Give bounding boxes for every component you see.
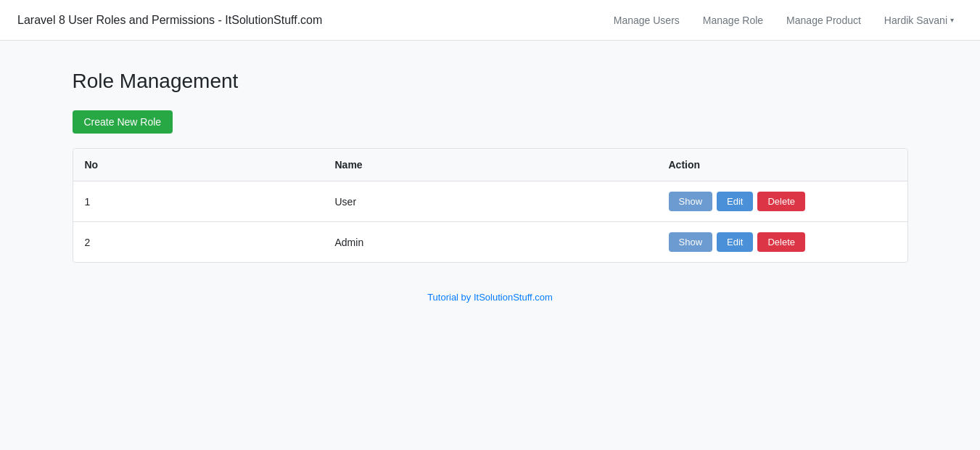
navbar: Laravel 8 User Roles and Permissions - I… — [0, 0, 980, 41]
delete-button[interactable]: Delete — [757, 232, 805, 252]
cell-name: Admin — [324, 222, 657, 263]
table-header-row: No Name Action — [73, 149, 907, 181]
cell-no: 2 — [73, 222, 324, 263]
user-dropdown[interactable]: Hardik Savani ▾ — [876, 9, 963, 32]
manage-role-link[interactable]: Manage Role — [694, 9, 772, 32]
navbar-item-user-dropdown[interactable]: Hardik Savani ▾ — [876, 9, 963, 32]
cell-action: ShowEditDelete — [657, 181, 907, 222]
cell-action: ShowEditDelete — [657, 222, 907, 263]
navbar-item-manage-role[interactable]: Manage Role — [694, 15, 772, 26]
show-button[interactable]: Show — [669, 192, 713, 211]
roles-table-wrapper: No Name Action 1UserShowEditDelete2Admin… — [73, 148, 908, 263]
manage-users-link[interactable]: Manage Users — [605, 9, 688, 32]
action-buttons: ShowEditDelete — [669, 192, 896, 211]
table-header: No Name Action — [73, 149, 907, 181]
footer: Tutorial by ItSolutionStuff.com — [73, 292, 908, 303]
edit-button[interactable]: Edit — [717, 232, 753, 252]
create-new-role-button[interactable]: Create New Role — [73, 110, 173, 134]
column-header-no: No — [73, 149, 324, 181]
delete-button[interactable]: Delete — [757, 192, 805, 211]
footer-link[interactable]: Tutorial by ItSolutionStuff.com — [427, 292, 553, 303]
page-title: Role Management — [73, 70, 908, 93]
cell-name: User — [324, 181, 657, 222]
cell-no: 1 — [73, 181, 324, 222]
column-header-name: Name — [324, 149, 657, 181]
table-row: 2AdminShowEditDelete — [73, 222, 907, 263]
show-button[interactable]: Show — [669, 232, 713, 252]
dropdown-caret-icon: ▾ — [950, 16, 954, 24]
user-name: Hardik Savani — [884, 15, 947, 26]
table-body: 1UserShowEditDelete2AdminShowEditDelete — [73, 181, 907, 263]
roles-table: No Name Action 1UserShowEditDelete2Admin… — [73, 149, 907, 262]
table-row: 1UserShowEditDelete — [73, 181, 907, 222]
navbar-item-manage-users[interactable]: Manage Users — [605, 15, 688, 26]
manage-product-link[interactable]: Manage Product — [778, 9, 870, 32]
edit-button[interactable]: Edit — [717, 192, 753, 211]
column-header-action: Action — [657, 149, 907, 181]
navbar-item-manage-product[interactable]: Manage Product — [778, 15, 870, 26]
navbar-brand[interactable]: Laravel 8 User Roles and Permissions - I… — [17, 14, 322, 27]
navbar-nav: Manage Users Manage Role Manage Product … — [605, 9, 963, 32]
action-buttons: ShowEditDelete — [669, 232, 896, 252]
main-container: Role Management Create New Role No Name … — [55, 41, 926, 332]
